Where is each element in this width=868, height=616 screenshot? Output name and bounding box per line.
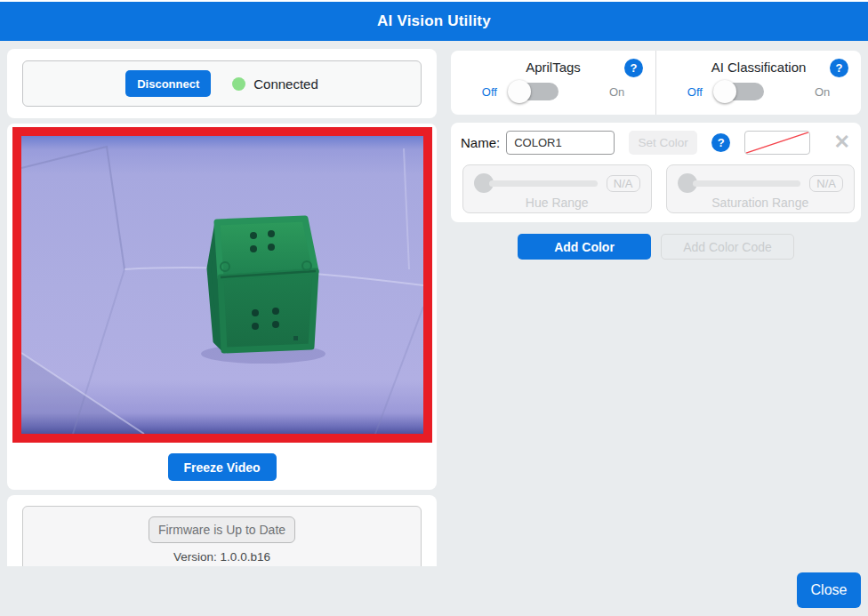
hue-range-label: Hue Range (474, 196, 640, 210)
set-color-help-icon[interactable]: ? (711, 133, 730, 152)
camera-video-feed[interactable] (12, 127, 432, 443)
remove-color-icon[interactable]: ✕ (834, 132, 850, 152)
video-card: Freeze Video (7, 124, 437, 490)
connected-status-label: Connected (253, 76, 318, 92)
disconnect-button[interactable]: Disconnect (125, 70, 211, 97)
color-name-label: Name: (461, 135, 500, 150)
hue-slider-track[interactable] (489, 180, 598, 187)
hue-value-badge: N/A (607, 175, 640, 192)
color-sliders-row: N/A Hue Range N/A Saturation Range (462, 164, 855, 213)
firmware-version-label: Version: 1.0.0.b16 (173, 550, 270, 564)
detection-toggles-card: AprilTags ? Off On AI Classification ? O… (451, 51, 861, 115)
apriltags-help-icon[interactable]: ? (624, 59, 643, 77)
color-name-row: Name: Set Color ? ✕ (461, 130, 852, 155)
apriltags-toggle-row: Off On (451, 83, 655, 100)
connection-status: Connected (232, 76, 318, 92)
ai-classification-off-label: Off (687, 85, 703, 99)
apriltags-toggle-knob (508, 80, 531, 103)
color-editor-card: Name: Set Color ? ✕ N/A Hue Range N/A Sa… (451, 123, 861, 222)
saturation-value-badge: N/A (809, 175, 843, 192)
apriltags-section: AprilTags ? Off On (451, 51, 656, 115)
ai-classification-on-label: On (815, 85, 830, 99)
add-color-button[interactable]: Add Color (518, 234, 651, 260)
hue-range-slider: N/A (474, 173, 640, 193)
saturation-range-label: Saturation Range (678, 196, 844, 210)
firmware-status-button[interactable]: Firmware is Up to Date (149, 516, 295, 543)
color-name-input[interactable] (506, 131, 615, 155)
app-header: AI Vision Utility (0, 0, 868, 41)
app-footer: Close (0, 566, 868, 616)
apriltags-on-label: On (609, 85, 624, 99)
video-scene-green-cube (21, 136, 423, 434)
connection-status-box: Disconnect Connected (22, 60, 422, 107)
freeze-video-button[interactable]: Freeze Video (168, 453, 277, 481)
saturation-range-slider: N/A (678, 173, 844, 193)
ai-classification-help-icon[interactable]: ? (830, 59, 848, 77)
ai-classification-toggle[interactable] (715, 83, 764, 100)
page-title: AI Vision Utility (377, 12, 491, 30)
saturation-range-panel: N/A Saturation Range (666, 164, 856, 213)
set-color-button[interactable]: Set Color (629, 131, 697, 155)
saturation-slider-track[interactable] (693, 180, 801, 187)
ai-classification-toggle-row: Off On (656, 83, 861, 100)
apriltags-off-label: Off (482, 85, 497, 99)
connection-card: Disconnect Connected (7, 49, 437, 118)
connected-status-dot (232, 77, 245, 91)
hue-range-panel: N/A Hue Range (462, 164, 652, 213)
add-color-code-button[interactable]: Add Color Code (661, 234, 794, 260)
ai-classification-toggle-knob (713, 80, 736, 103)
ai-classification-section: AI Classification ? Off On (656, 51, 861, 115)
color-swatch-empty (744, 131, 810, 155)
apriltags-toggle[interactable] (510, 83, 559, 100)
close-button[interactable]: Close (797, 572, 861, 608)
